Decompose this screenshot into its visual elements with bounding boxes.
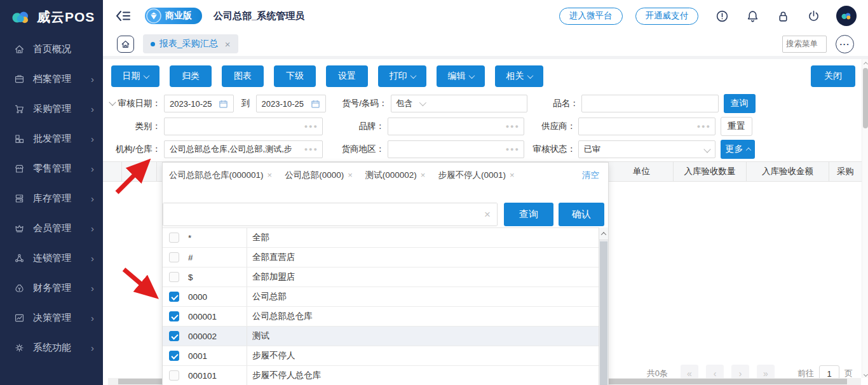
- clear-input-icon[interactable]: ×: [484, 208, 491, 221]
- select-all-checkbox[interactable]: [135, 168, 144, 176]
- picker-scrollbar[interactable]: [599, 227, 608, 385]
- scroll-down-icon[interactable]: [862, 370, 868, 378]
- reset-button[interactable]: 重置: [721, 117, 752, 136]
- picker-scrollbar-thumb[interactable]: [600, 241, 607, 385]
- date-to-field[interactable]: 2023-10-25: [256, 95, 326, 112]
- picker-search-input[interactable]: [163, 203, 497, 226]
- micro-platform-button[interactable]: 进入微平台: [559, 8, 623, 25]
- edit-button[interactable]: 编辑: [437, 65, 485, 87]
- sidebar-item-inventory[interactable]: 库存管理 ›: [0, 184, 103, 213]
- edition-badge[interactable]: 商业版: [145, 8, 202, 24]
- bell-icon[interactable]: [746, 10, 759, 23]
- org-code: $: [188, 273, 247, 282]
- picker-query-button[interactable]: 查询: [504, 203, 553, 226]
- org-row-all-direct[interactable]: # 全部直营店: [163, 248, 608, 267]
- product-name-input[interactable]: [587, 99, 713, 109]
- related-button[interactable]: 相关: [495, 65, 543, 87]
- chart-button[interactable]: 图表: [222, 65, 264, 87]
- tag: 步履不停人(0001)×: [438, 170, 514, 181]
- org-row-000002[interactable]: 000002 测试: [163, 327, 608, 346]
- ellipsis-picker-icon[interactable]: ●●●: [506, 123, 520, 130]
- supplier-input[interactable]: [584, 122, 710, 132]
- tag-remove-icon[interactable]: ×: [348, 170, 353, 180]
- search-menu-input[interactable]: [782, 36, 827, 53]
- org-name: 步履不停人: [247, 346, 608, 365]
- date-button[interactable]: 日期: [111, 65, 159, 87]
- org-row-0000[interactable]: 0000 公司总部: [163, 287, 608, 307]
- sidebar-item-label: 连锁管理: [33, 252, 71, 264]
- checkbox-checked[interactable]: [169, 331, 179, 341]
- sidebar-item-purchase[interactable]: 采购管理 ›: [0, 94, 103, 124]
- sidebar-item-home[interactable]: 首页概况: [0, 34, 103, 64]
- red-arrow-to-checkboxes: [124, 269, 154, 295]
- sidebar-item-finance[interactable]: 财务管理 ›: [0, 273, 103, 303]
- sidebar-item-archive[interactable]: 档案管理 ›: [0, 64, 103, 94]
- checkbox-unchecked[interactable]: [169, 252, 179, 262]
- sku-match-select[interactable]: 包含: [391, 95, 527, 112]
- ellipsis-picker-icon[interactable]: ●●●: [304, 123, 318, 130]
- checkbox-unchecked[interactable]: [169, 272, 179, 282]
- checkbox-checked[interactable]: [169, 292, 179, 302]
- query-button[interactable]: 查询: [724, 94, 756, 113]
- supplier-region-input[interactable]: [393, 145, 519, 154]
- org-row-000101[interactable]: 000101 步履不停人总仓库: [163, 366, 608, 385]
- category-input[interactable]: [170, 122, 317, 132]
- sidebar-item-system[interactable]: 系统功能 ›: [0, 333, 103, 363]
- org-row-all[interactable]: * 全部: [163, 228, 608, 248]
- sidebar-item-member[interactable]: 会员管理 ›: [0, 213, 103, 243]
- home-tab-button[interactable]: [117, 36, 134, 53]
- org-warehouse-field[interactable]: 公司总部总仓库,公司总部,测试,步 ●●●: [164, 140, 323, 158]
- tag-remove-icon[interactable]: ×: [421, 170, 426, 180]
- clear-all-button[interactable]: 清空: [582, 170, 599, 181]
- wei-pay-button[interactable]: 开通威支付: [635, 8, 699, 25]
- classify-button[interactable]: 归类: [170, 65, 212, 87]
- tab-report-purchase-summary[interactable]: 报表_采购汇总 ×: [143, 34, 238, 53]
- audit-status-select[interactable]: 已审: [578, 140, 715, 158]
- vertical-scrollbar-thumb[interactable]: [863, 68, 868, 128]
- edition-badge-label: 商业版: [165, 10, 192, 22]
- tag-remove-icon[interactable]: ×: [268, 170, 273, 180]
- alert-icon[interactable]: [715, 10, 729, 23]
- sidebar-item-chain[interactable]: 连锁管理 ›: [0, 243, 103, 273]
- brand-input[interactable]: [393, 122, 519, 132]
- sidebar-item-wholesale[interactable]: 批发管理 ›: [0, 124, 103, 154]
- ellipsis-picker-icon[interactable]: ●●●: [697, 123, 711, 130]
- checkbox-checked[interactable]: [169, 351, 179, 361]
- sidebar-item-retail[interactable]: 零售管理 ›: [0, 154, 103, 184]
- more-options-icon[interactable]: ···: [836, 35, 854, 53]
- calendar-icon[interactable]: [311, 99, 320, 109]
- org-code: 000101: [188, 371, 247, 381]
- date-to-label: 到: [241, 98, 250, 109]
- org-row-0001[interactable]: 0001 步履不停人: [163, 346, 608, 366]
- sku-label: 货号/条码：: [334, 98, 388, 109]
- print-button[interactable]: 打印: [378, 65, 426, 87]
- close-report-button[interactable]: 关闭: [811, 65, 855, 87]
- avatar[interactable]: [836, 6, 857, 26]
- scroll-up-icon[interactable]: [599, 227, 608, 240]
- picker-confirm-button[interactable]: 确认: [559, 203, 604, 226]
- ellipsis-picker-icon[interactable]: ●●●: [506, 146, 520, 152]
- ellipsis-picker-icon[interactable]: ●●●: [304, 146, 318, 152]
- checkbox-unchecked[interactable]: [169, 370, 179, 381]
- checkbox-checked[interactable]: [169, 311, 179, 321]
- org-row-all-franchise[interactable]: $ 全部加盟店: [163, 267, 608, 287]
- sidebar-item-decision[interactable]: 决策管理 ›: [0, 303, 103, 333]
- power-icon[interactable]: [807, 10, 820, 23]
- picker-search-field: ×: [163, 203, 498, 226]
- settings-button[interactable]: 设置: [326, 65, 368, 87]
- more-filters-button[interactable]: 更多: [721, 140, 755, 159]
- tag-remove-icon[interactable]: ×: [510, 170, 515, 180]
- collapse-filters-icon[interactable]: [109, 98, 116, 105]
- checkbox-unchecked[interactable]: [169, 233, 179, 243]
- vertical-scrollbar[interactable]: [862, 59, 868, 378]
- org-code: 000002: [188, 332, 247, 341]
- tab-close-icon[interactable]: ×: [225, 39, 231, 50]
- scroll-up-icon[interactable]: [862, 59, 868, 67]
- calendar-icon[interactable]: [219, 99, 228, 109]
- category-label: 类别：: [108, 121, 161, 132]
- org-row-000001[interactable]: 000001 公司总部总仓库: [163, 307, 608, 327]
- sublevel-button[interactable]: 下级: [274, 65, 316, 87]
- lock-icon[interactable]: [776, 10, 790, 23]
- date-from-field[interactable]: 2023-10-25: [164, 95, 234, 112]
- collapse-sidebar-icon[interactable]: [116, 10, 131, 22]
